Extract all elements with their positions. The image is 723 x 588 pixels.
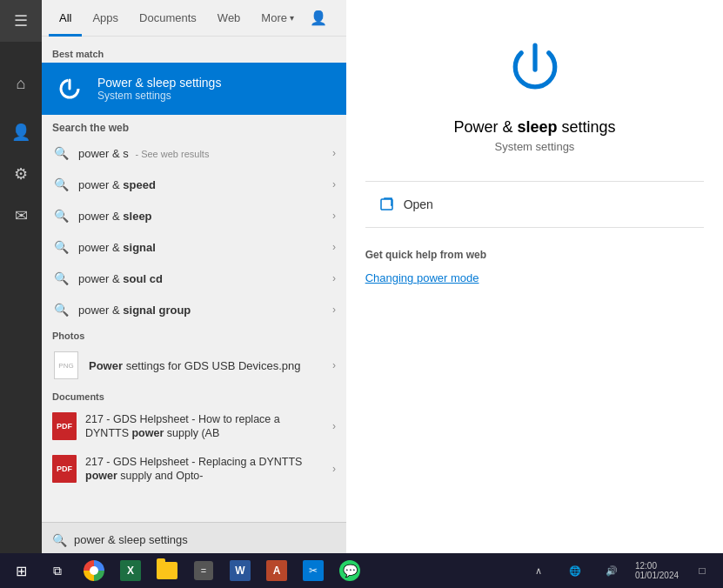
power-sleep-icon (52, 71, 87, 106)
web-result-1[interactable]: 🔍 power & s - See web results › (42, 137, 346, 169)
web-result-3-text: power & sleep (78, 210, 324, 223)
pdf-icon: PDF (52, 455, 77, 483)
web-result-4-text: power & signal (78, 241, 324, 254)
taskbar-action-center-button[interactable]: ⧉ (40, 554, 75, 587)
search-panel: All Apps Documents Web More ▾ 👤 ••• Best… (42, 0, 346, 557)
taskbar-word-button[interactable]: W (223, 554, 258, 587)
search-icon: 🔍 (52, 301, 70, 318)
search-tabs: All Apps Documents Web More ▾ 👤 ••• (42, 0, 346, 37)
windows-start-icon: ⊞ (16, 563, 27, 579)
doc-item-2[interactable]: PDF 217 - GDS Helpsheet - Replacing a DY… (42, 448, 346, 491)
system-tray-button[interactable]: ∧ (521, 554, 556, 587)
taskbar-snip-button[interactable]: ✂ (296, 554, 331, 587)
taskbar: ⊞ ⧉ X = W A ✂ (0, 553, 723, 588)
clock-display: 12:0001/01/2024 (635, 561, 679, 580)
feedback-icon: ✉ (15, 206, 28, 225)
chevron-right-icon: › (332, 420, 336, 432)
results-list: Best match Power & sleep settings System… (42, 37, 346, 522)
chevron-right-icon: › (332, 210, 336, 222)
notification-button[interactable]: □ (685, 554, 720, 587)
taskbar-explorer-button[interactable] (150, 554, 184, 587)
chevron-right-icon: › (332, 463, 336, 475)
search-icon: 🔍 (52, 207, 70, 224)
pdf-icon: PDF (52, 412, 77, 440)
best-match-label: Best match (42, 43, 346, 63)
search-input[interactable] (74, 533, 336, 546)
search-bar: 🔍 (42, 522, 346, 557)
excel-icon: X (120, 560, 141, 581)
tab-web[interactable]: Web (207, 0, 251, 37)
search-icon: 🔍 (52, 176, 70, 193)
access-icon: A (266, 560, 287, 581)
hamburger-menu-button[interactable]: ☰ (0, 0, 42, 42)
web-result-3[interactable]: 🔍 power & sleep › (42, 200, 346, 231)
web-result-5[interactable]: 🔍 power & soul cd › (42, 263, 346, 294)
folder-icon (157, 562, 177, 579)
calculator-icon: = (194, 561, 213, 580)
settings-icon: ⚙ (14, 164, 28, 184)
preview-divider-2 (365, 227, 705, 228)
feedback-button[interactable]: ✉ (0, 195, 42, 237)
search-bar-icon: 🔍 (52, 533, 67, 547)
quick-help-section: Get quick help from web Changing power m… (365, 249, 705, 288)
chevron-down-icon: ▾ (290, 13, 294, 23)
tab-apps[interactable]: Apps (82, 0, 129, 37)
tab-documents[interactable]: Documents (129, 0, 207, 37)
best-match-text: Power & sleep settings System settings (97, 76, 221, 102)
taskbar-excel-button[interactable]: X (113, 554, 148, 587)
web-result-5-text: power & soul cd (78, 272, 324, 285)
tab-more[interactable]: More ▾ (251, 0, 305, 37)
photo-item-1-text: Power settings for GDS USB Devices.png (89, 359, 324, 372)
action-center-icon: ⧉ (53, 564, 62, 578)
web-result-6-text: power & signal group (78, 304, 324, 317)
best-match-title: Power & sleep settings (97, 76, 221, 90)
open-label: Open (404, 197, 433, 211)
web-result-6[interactable]: 🔍 power & signal group › (42, 294, 346, 325)
taskbar-chrome-button[interactable] (77, 554, 111, 587)
app-preview-title: Power & sleep settings (453, 118, 615, 137)
sidebar: ☰ ⌂ 👤 ⚙ ✉ (0, 0, 42, 557)
web-result-2[interactable]: 🔍 power & speed › (42, 169, 346, 200)
doc-item-1-text: 217 - GDS Helpsheet - How to replace a D… (85, 412, 324, 441)
person-icon: 👤 (11, 123, 30, 142)
snip-icon: ✂ (303, 560, 324, 581)
settings-button[interactable]: ⚙ (0, 153, 42, 195)
user-icon-button[interactable]: 👤 (305, 4, 332, 32)
volume-icon-button[interactable]: 🔊 (594, 554, 629, 587)
open-button[interactable]: Open (365, 189, 705, 220)
best-match-item[interactable]: Power & sleep settings System settings (42, 63, 346, 115)
web-result-1-text: power & s - See web results (78, 147, 324, 160)
web-result-4[interactable]: 🔍 power & signal › (42, 231, 346, 263)
taskbar-access-button[interactable]: A (259, 554, 294, 587)
quick-help-title: Get quick help from web (365, 249, 705, 261)
search-icon: 🔍 (52, 144, 70, 162)
start-button[interactable]: ⊞ (3, 554, 38, 587)
taskbar-calculator-button[interactable]: = (186, 554, 221, 587)
quick-help-item[interactable]: Changing power mode (365, 268, 705, 288)
photo-file-icon: PNG (52, 351, 80, 379)
photos-label: Photos (42, 325, 346, 344)
chevron-right-icon: › (332, 147, 336, 159)
web-result-2-text: power & speed (78, 178, 324, 191)
home-button[interactable]: ⌂ (0, 63, 42, 104)
chevron-right-icon: › (332, 178, 336, 190)
doc-item-2-text: 217 - GDS Helpsheet - Replacing a DYNTTS… (85, 455, 324, 484)
chevron-right-icon: › (332, 304, 336, 316)
taskbar-apps: ⧉ X = W A ✂ 💬 (40, 554, 519, 587)
chevron-right-icon: › (332, 359, 336, 371)
network-icon-button[interactable]: 🌐 (558, 554, 592, 587)
taskbar-whatsapp-button[interactable]: 💬 (332, 554, 367, 587)
person-button[interactable]: 👤 (0, 111, 42, 153)
best-match-subtitle: System settings (97, 90, 221, 102)
user-icon: 👤 (310, 10, 327, 26)
word-icon: W (230, 560, 251, 581)
doc-item-1[interactable]: PDF 217 - GDS Helpsheet - How to replace… (42, 405, 346, 448)
photo-item-1[interactable]: PNG Power settings for GDS USB Devices.p… (42, 344, 346, 386)
clock-button[interactable]: 12:0001/01/2024 (631, 554, 683, 587)
app-preview-panel: Power & sleep settings System settings O… (346, 0, 723, 557)
tab-all[interactable]: All (49, 0, 82, 37)
preview-divider (365, 181, 705, 182)
documents-label: Documents (42, 386, 346, 405)
svg-rect-2 (381, 199, 392, 210)
taskbar-system-tray: ∧ 🌐 🔊 12:0001/01/2024 □ (521, 554, 720, 587)
